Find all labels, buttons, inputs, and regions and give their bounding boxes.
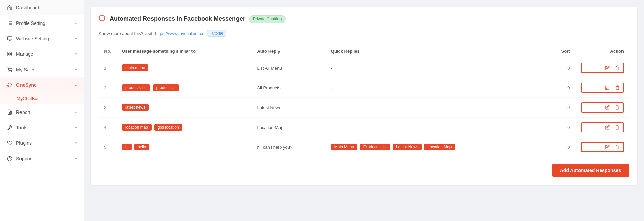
row-actions bbox=[575, 118, 629, 137]
tools-icon bbox=[7, 125, 13, 131]
sidebar-label-report: Report bbox=[16, 109, 30, 115]
quick-reply-tag: Products List bbox=[360, 144, 390, 150]
action-buttons-row3 bbox=[581, 102, 624, 113]
tag: location map bbox=[122, 124, 152, 131]
row-tags: latest news bbox=[117, 98, 252, 118]
edit-button[interactable] bbox=[604, 85, 611, 91]
row-quick-replies: - bbox=[326, 118, 544, 137]
row-sort: 0 bbox=[544, 58, 575, 78]
svg-rect-10 bbox=[10, 52, 12, 54]
sidebar-label-support: Support bbox=[16, 156, 33, 161]
sidebar-item-tools[interactable]: Tools ▾ bbox=[0, 120, 84, 135]
row-sort: 0 bbox=[544, 98, 575, 118]
page-title: Automated Responses in Facebook Messenge… bbox=[110, 15, 245, 23]
chevron-down-icon: ▾ bbox=[75, 157, 77, 161]
add-automated-responses-button[interactable]: Add Automated Responses bbox=[552, 164, 629, 177]
table-header-row: No. User message something similar to Au… bbox=[99, 45, 629, 58]
col-header-sort: Sort bbox=[544, 45, 575, 58]
edit-button[interactable] bbox=[604, 124, 611, 130]
table-row: 1 main menu List All Menu - 0 bbox=[99, 58, 629, 78]
edit-button[interactable] bbox=[604, 144, 611, 150]
delete-button[interactable] bbox=[614, 124, 621, 130]
edit-button[interactable] bbox=[604, 104, 611, 110]
chevron-down-icon: ▾ bbox=[75, 52, 77, 56]
tag: hello bbox=[134, 144, 149, 150]
tag: main menu bbox=[122, 64, 148, 71]
row-no: 4 bbox=[99, 118, 117, 137]
table-row: 3 latest news Latest News - 0 bbox=[99, 98, 629, 118]
svg-point-13 bbox=[9, 71, 9, 72]
chevron-up-icon: ▴ bbox=[75, 83, 77, 87]
page-header: Automated Responses in Facebook Messenge… bbox=[99, 15, 629, 23]
table-row: 4 location map gps location Location Map… bbox=[99, 118, 629, 137]
tag: product list bbox=[153, 84, 179, 91]
tutorial-badge[interactable]: Tutorial bbox=[207, 30, 226, 37]
quick-reply-tag: Main Menu bbox=[331, 144, 357, 150]
info-text: Know more about this? visit bbox=[99, 31, 152, 36]
row-sort: 0 bbox=[544, 78, 575, 98]
delete-button[interactable] bbox=[614, 104, 621, 110]
table-row: 5 hi hello hi, can i help you? Main Menu… bbox=[99, 137, 629, 157]
chevron-down-icon: ▾ bbox=[75, 126, 77, 130]
sidebar-item-onesync[interactable]: OneSync ▴ bbox=[0, 77, 84, 93]
svg-rect-11 bbox=[10, 54, 12, 56]
sidebar-label-plugins: Plugins bbox=[16, 140, 32, 146]
table-row: 2 products list product list All Product… bbox=[99, 78, 629, 98]
row-tags: location map gps location bbox=[117, 118, 252, 137]
svg-rect-12 bbox=[8, 54, 9, 56]
row-auto-reply: hi, can i help you? bbox=[252, 137, 325, 157]
row-quick-replies: - bbox=[326, 78, 544, 98]
info-link[interactable]: https://www.mychatbot.cc bbox=[155, 31, 204, 36]
add-button-row: Add Automated Responses bbox=[99, 164, 629, 177]
monitor-icon bbox=[7, 36, 13, 42]
profile-icon bbox=[7, 20, 13, 26]
sidebar-label-my-sales: My Sales bbox=[16, 67, 36, 72]
sidebar-item-dashboard[interactable]: Dashboard bbox=[0, 0, 84, 15]
sidebar-item-my-sales[interactable]: My Sales ▾ bbox=[0, 62, 84, 77]
action-buttons-row4 bbox=[581, 122, 624, 132]
chevron-down-icon: ▾ bbox=[75, 68, 77, 72]
col-header-auto-reply: Auto Reply bbox=[252, 45, 325, 58]
sidebar-item-report[interactable]: Report ▾ bbox=[0, 104, 84, 120]
edit-button[interactable] bbox=[604, 65, 611, 71]
sidebar-item-support[interactable]: Support ▾ bbox=[0, 151, 84, 166]
row-auto-reply: Location Map bbox=[252, 118, 325, 137]
row-no: 1 bbox=[99, 58, 117, 78]
delete-button[interactable] bbox=[614, 144, 621, 150]
svg-rect-6 bbox=[7, 37, 12, 40]
row-no: 3 bbox=[99, 98, 117, 118]
quick-reply-tag: Latest News bbox=[393, 144, 422, 150]
row-quick-replies: - bbox=[326, 98, 544, 118]
chevron-down-icon: ▾ bbox=[75, 110, 77, 115]
sidebar-item-profile-setting[interactable]: Profile Setting ▾ bbox=[0, 15, 84, 31]
sync-header-icon bbox=[99, 15, 105, 23]
sidebar-item-website-setting[interactable]: Website Setting ▾ bbox=[0, 31, 84, 46]
report-icon bbox=[7, 109, 13, 115]
row-quick-replies: - bbox=[326, 58, 544, 78]
col-header-action: Action bbox=[575, 45, 629, 58]
sidebar-label-profile-setting: Profile Setting bbox=[16, 20, 45, 26]
sidebar-label-tools: Tools bbox=[16, 125, 27, 130]
support-icon bbox=[7, 156, 13, 162]
sidebar-item-plugins[interactable]: Plugins ▾ bbox=[0, 135, 84, 151]
row-auto-reply: All Products bbox=[252, 78, 325, 98]
row-no: 5 bbox=[99, 137, 117, 157]
sidebar-label-dashboard: Dashboard bbox=[16, 5, 39, 10]
col-header-no: No. bbox=[99, 45, 117, 58]
row-actions bbox=[575, 98, 629, 118]
delete-button[interactable] bbox=[614, 65, 621, 71]
quick-reply-tag: Location Map bbox=[424, 144, 455, 150]
responses-table: No. User message something similar to Au… bbox=[99, 45, 629, 157]
sidebar: Dashboard Profile Setting ▾ Website Sett… bbox=[0, 0, 84, 221]
tag: hi bbox=[122, 144, 132, 150]
sidebar-sub-item-mychatbot[interactable]: MyChatBot bbox=[0, 93, 84, 104]
action-buttons-row5 bbox=[581, 142, 624, 152]
tag: latest news bbox=[122, 104, 149, 111]
sidebar-item-manage[interactable]: Manage ▾ bbox=[0, 46, 84, 62]
delete-button[interactable] bbox=[614, 85, 621, 91]
plugins-icon bbox=[7, 140, 13, 146]
row-actions bbox=[575, 137, 629, 157]
action-buttons-row1 bbox=[581, 63, 624, 73]
row-quick-replies: Main Menu Products List Latest News Loca… bbox=[326, 137, 544, 157]
row-no: 2 bbox=[99, 78, 117, 98]
